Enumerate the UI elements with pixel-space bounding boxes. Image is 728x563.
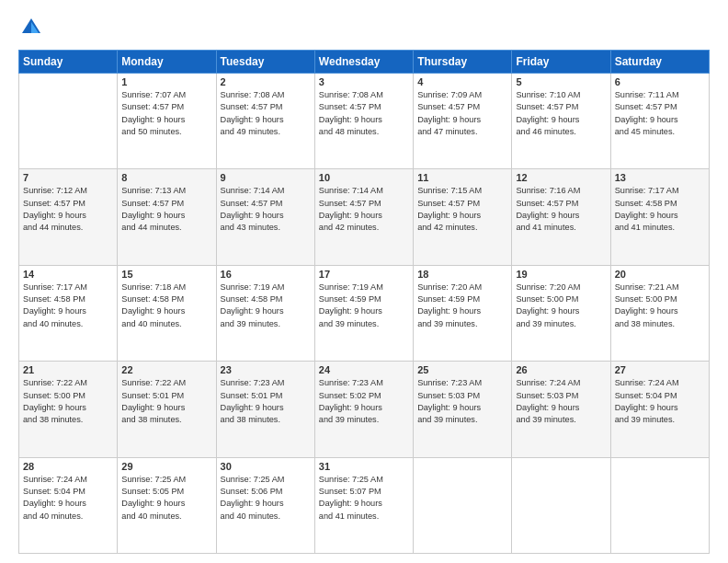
- day-number: 2: [221, 76, 311, 87]
- calendar-cell: [512, 457, 610, 553]
- logo-icon: [18, 15, 44, 40]
- calendar-week-row: 1Sunrise: 7:07 AM Sunset: 4:57 PM Daylig…: [19, 74, 710, 169]
- weekday-header: Monday: [118, 51, 216, 74]
- header: [18, 15, 710, 40]
- day-number: 22: [121, 364, 211, 375]
- calendar-header: SundayMondayTuesdayWednesdayThursdayFrid…: [19, 51, 710, 74]
- calendar-cell: 1Sunrise: 7:07 AM Sunset: 4:57 PM Daylig…: [118, 74, 216, 169]
- calendar-cell: 3Sunrise: 7:08 AM Sunset: 4:57 PM Daylig…: [314, 74, 413, 169]
- day-number: 3: [319, 76, 409, 87]
- day-info: Sunrise: 7:14 AM Sunset: 4:57 PM Dayligh…: [319, 185, 409, 234]
- weekday-header: Wednesday: [314, 51, 413, 74]
- day-info: Sunrise: 7:24 AM Sunset: 5:04 PM Dayligh…: [23, 474, 113, 523]
- day-info: Sunrise: 7:12 AM Sunset: 4:57 PM Dayligh…: [23, 185, 113, 234]
- calendar-cell: 8Sunrise: 7:13 AM Sunset: 4:57 PM Daylig…: [118, 169, 216, 265]
- weekday-header: Friday: [512, 51, 610, 74]
- day-number: 8: [121, 172, 211, 183]
- weekday-header: Thursday: [414, 51, 512, 74]
- day-number: 10: [319, 172, 409, 183]
- day-info: Sunrise: 7:08 AM Sunset: 4:57 PM Dayligh…: [319, 89, 409, 138]
- calendar-week-row: 28Sunrise: 7:24 AM Sunset: 5:04 PM Dayli…: [19, 457, 710, 553]
- calendar-cell: 6Sunrise: 7:11 AM Sunset: 4:57 PM Daylig…: [610, 74, 709, 169]
- day-info: Sunrise: 7:25 AM Sunset: 5:07 PM Dayligh…: [319, 474, 409, 523]
- day-info: Sunrise: 7:25 AM Sunset: 5:05 PM Dayligh…: [121, 474, 211, 523]
- day-number: 19: [516, 269, 606, 280]
- day-info: Sunrise: 7:23 AM Sunset: 5:03 PM Dayligh…: [417, 377, 507, 426]
- day-number: 7: [23, 172, 113, 183]
- calendar-cell: [414, 457, 512, 553]
- day-number: 28: [23, 461, 113, 472]
- calendar-week-row: 21Sunrise: 7:22 AM Sunset: 5:00 PM Dayli…: [19, 362, 710, 457]
- calendar-cell: 31Sunrise: 7:25 AM Sunset: 5:07 PM Dayli…: [314, 457, 413, 553]
- logo: [18, 15, 48, 40]
- day-info: Sunrise: 7:24 AM Sunset: 5:03 PM Dayligh…: [516, 377, 606, 426]
- weekday-header: Tuesday: [216, 51, 314, 74]
- calendar-cell: 18Sunrise: 7:20 AM Sunset: 4:59 PM Dayli…: [414, 265, 512, 361]
- calendar-cell: 26Sunrise: 7:24 AM Sunset: 5:03 PM Dayli…: [512, 362, 610, 457]
- header-row: SundayMondayTuesdayWednesdayThursdayFrid…: [19, 51, 710, 74]
- calendar-cell: 12Sunrise: 7:16 AM Sunset: 4:57 PM Dayli…: [512, 169, 610, 265]
- day-info: Sunrise: 7:08 AM Sunset: 4:57 PM Dayligh…: [221, 89, 311, 138]
- day-info: Sunrise: 7:19 AM Sunset: 4:59 PM Dayligh…: [319, 282, 409, 330]
- day-number: 27: [615, 364, 705, 375]
- day-number: 29: [121, 461, 211, 472]
- calendar-table: SundayMondayTuesdayWednesdayThursdayFrid…: [18, 50, 710, 554]
- day-info: Sunrise: 7:23 AM Sunset: 5:02 PM Dayligh…: [319, 377, 409, 426]
- day-number: 12: [516, 172, 606, 183]
- day-number: 21: [23, 364, 113, 375]
- day-number: 6: [615, 76, 705, 87]
- day-info: Sunrise: 7:22 AM Sunset: 5:00 PM Dayligh…: [23, 377, 113, 426]
- day-number: 13: [615, 172, 705, 183]
- day-info: Sunrise: 7:18 AM Sunset: 4:58 PM Dayligh…: [121, 282, 211, 330]
- calendar-cell: 19Sunrise: 7:20 AM Sunset: 5:00 PM Dayli…: [512, 265, 610, 361]
- day-number: 25: [417, 364, 507, 375]
- day-number: 26: [516, 364, 606, 375]
- day-info: Sunrise: 7:23 AM Sunset: 5:01 PM Dayligh…: [221, 377, 311, 426]
- calendar-cell: [19, 74, 118, 169]
- day-number: 30: [221, 461, 311, 472]
- weekday-header: Saturday: [610, 51, 709, 74]
- page: SundayMondayTuesdayWednesdayThursdayFrid…: [0, 0, 728, 563]
- calendar-cell: 5Sunrise: 7:10 AM Sunset: 4:57 PM Daylig…: [512, 74, 610, 169]
- calendar-cell: [610, 457, 709, 553]
- day-info: Sunrise: 7:11 AM Sunset: 4:57 PM Dayligh…: [615, 89, 705, 138]
- day-info: Sunrise: 7:20 AM Sunset: 4:59 PM Dayligh…: [417, 282, 507, 330]
- day-info: Sunrise: 7:17 AM Sunset: 4:58 PM Dayligh…: [615, 185, 705, 234]
- calendar-cell: 9Sunrise: 7:14 AM Sunset: 4:57 PM Daylig…: [216, 169, 314, 265]
- calendar-cell: 2Sunrise: 7:08 AM Sunset: 4:57 PM Daylig…: [216, 74, 314, 169]
- calendar-cell: 14Sunrise: 7:17 AM Sunset: 4:58 PM Dayli…: [19, 265, 118, 361]
- calendar-cell: 10Sunrise: 7:14 AM Sunset: 4:57 PM Dayli…: [314, 169, 413, 265]
- day-number: 14: [23, 269, 113, 280]
- calendar-week-row: 7Sunrise: 7:12 AM Sunset: 4:57 PM Daylig…: [19, 169, 710, 265]
- day-number: 23: [221, 364, 311, 375]
- day-number: 16: [221, 269, 311, 280]
- day-number: 11: [417, 172, 507, 183]
- day-info: Sunrise: 7:21 AM Sunset: 5:00 PM Dayligh…: [615, 282, 705, 330]
- calendar-cell: 20Sunrise: 7:21 AM Sunset: 5:00 PM Dayli…: [610, 265, 709, 361]
- calendar-cell: 22Sunrise: 7:22 AM Sunset: 5:01 PM Dayli…: [118, 362, 216, 457]
- calendar-cell: 17Sunrise: 7:19 AM Sunset: 4:59 PM Dayli…: [314, 265, 413, 361]
- day-number: 1: [121, 76, 211, 87]
- calendar-cell: 4Sunrise: 7:09 AM Sunset: 4:57 PM Daylig…: [414, 74, 512, 169]
- day-number: 31: [319, 461, 409, 472]
- day-info: Sunrise: 7:19 AM Sunset: 4:58 PM Dayligh…: [221, 282, 311, 330]
- calendar-body: 1Sunrise: 7:07 AM Sunset: 4:57 PM Daylig…: [19, 74, 710, 554]
- calendar-cell: 21Sunrise: 7:22 AM Sunset: 5:00 PM Dayli…: [19, 362, 118, 457]
- calendar-cell: 13Sunrise: 7:17 AM Sunset: 4:58 PM Dayli…: [610, 169, 709, 265]
- day-number: 20: [615, 269, 705, 280]
- weekday-header: Sunday: [19, 51, 118, 74]
- day-info: Sunrise: 7:13 AM Sunset: 4:57 PM Dayligh…: [121, 185, 211, 234]
- calendar-cell: 16Sunrise: 7:19 AM Sunset: 4:58 PM Dayli…: [216, 265, 314, 361]
- calendar-week-row: 14Sunrise: 7:17 AM Sunset: 4:58 PM Dayli…: [19, 265, 710, 361]
- calendar-cell: 28Sunrise: 7:24 AM Sunset: 5:04 PM Dayli…: [19, 457, 118, 553]
- calendar-cell: 11Sunrise: 7:15 AM Sunset: 4:57 PM Dayli…: [414, 169, 512, 265]
- day-info: Sunrise: 7:20 AM Sunset: 5:00 PM Dayligh…: [516, 282, 606, 330]
- day-info: Sunrise: 7:07 AM Sunset: 4:57 PM Dayligh…: [121, 89, 211, 138]
- day-info: Sunrise: 7:10 AM Sunset: 4:57 PM Dayligh…: [516, 89, 606, 138]
- day-info: Sunrise: 7:09 AM Sunset: 4:57 PM Dayligh…: [417, 89, 507, 138]
- day-number: 4: [417, 76, 507, 87]
- day-number: 9: [221, 172, 311, 183]
- day-number: 18: [417, 269, 507, 280]
- day-number: 15: [121, 269, 211, 280]
- calendar-cell: 27Sunrise: 7:24 AM Sunset: 5:04 PM Dayli…: [610, 362, 709, 457]
